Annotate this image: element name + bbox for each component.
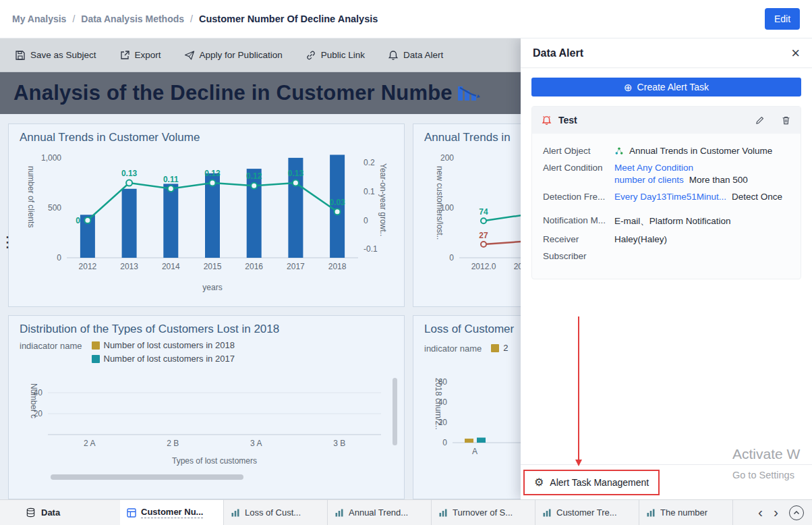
decline-chart-icon [457,84,481,102]
component-icon [614,146,624,156]
svg-text:0: 0 [76,216,80,225]
paper-plane-icon [184,50,195,61]
save-icon [15,50,26,61]
svg-text:60: 60 [438,377,448,387]
bar-chart-icon [335,508,344,518]
legend-swatch [92,341,100,350]
toolbar-save-as-subject[interactable]: Save as Subject [15,50,96,61]
edit-task-icon[interactable] [755,115,765,126]
gear-icon: ⚙ [534,477,544,488]
tab-label: Annual Trend... [349,507,408,518]
toolbar-apply-for-publication[interactable]: Apply for Publication [184,50,283,61]
field-label: Notification M... [543,215,614,225]
top-bar: My Analysis / Data Analysis Methods / Cu… [0,0,812,38]
toolbar-label: Save as Subject [30,50,96,60]
svg-text:years: years [202,283,222,292]
bar-chart-icon [542,508,552,518]
tab-label: Loss of Cust... [245,507,301,518]
svg-text:200: 200 [440,153,454,163]
alert-task-card: Test Alert Object Annual Trends in Custo… [531,106,801,279]
alert-task-management-button[interactable]: ⚙ Alert Task Management [525,471,658,494]
tabs-next-icon[interactable]: › [774,505,778,519]
chart-legend: indicator name 2 [424,343,509,354]
svg-text:0.11: 0.11 [163,175,179,184]
alert-task-fields: Alert Object Annual Trends in Customer V… [532,134,801,279]
link-icon [306,50,316,61]
toolbar-label: Data Alert [403,50,443,60]
detection-schedule-link[interactable]: Every Day13Time51Minut... [614,192,726,202]
field-label: Alert Object [543,146,614,156]
tab-label: Customer Tre... [556,507,617,518]
data-tab[interactable]: Data [0,500,120,525]
legend-label: Number of lost customers in 2018 [104,340,235,350]
svg-text:100: 100 [440,203,454,213]
combo-chart-canvas: 1,00050000.20.10-0.120122013201420152016… [24,140,389,293]
svg-text:3 A: 3 A [250,439,262,448]
tab-customer-trends[interactable]: Customer Tre... [535,500,639,525]
condition-link[interactable]: Meet Any Condition [614,163,693,173]
tab-turnover[interactable]: Turnover of S... [432,500,535,525]
horizontal-scrollbar[interactable] [51,474,243,480]
detection-mode: Detect Once [732,192,782,202]
collapse-icon[interactable] [789,505,804,520]
delete-task-icon[interactable] [781,115,791,126]
tab-customer-number-decline[interactable]: Customer Nu... [120,500,224,525]
svg-text:40: 40 [438,397,448,407]
edit-button[interactable]: Edit [765,8,800,30]
page-title: Analysis of the Decline in Customer Numb… [13,81,453,105]
chart-legend: indiacator name Number of lost customers… [20,340,235,364]
svg-text:0: 0 [364,216,368,225]
alert-task-header: Test [532,107,801,134]
close-icon[interactable]: × [791,46,800,61]
tab-the-number[interactable]: The number [639,500,743,525]
svg-text:20: 20 [438,418,448,427]
bell-icon [388,50,399,61]
bottom-tab-bar: Data Customer Nu... Loss of Cust... Annu… [0,499,812,525]
drag-handle[interactable]: ⋮ [0,235,9,250]
alarm-bell-icon [542,115,552,126]
svg-text:3 B: 3 B [333,439,345,448]
create-alert-task-button[interactable]: ⊕ Create Alert Task [531,78,801,96]
legend-label: Number of lost customers in 2017 [104,354,235,364]
svg-text:40: 40 [34,388,43,397]
tabs-prev-icon[interactable]: ‹ [758,505,763,519]
svg-text:2013: 2013 [120,262,138,271]
bar-chart-icon [646,508,656,518]
toolbar-public-link[interactable]: Public Link [306,50,365,61]
toolbar-export[interactable]: Export [119,50,161,61]
svg-text:0.2: 0.2 [364,158,375,167]
svg-text:0.13: 0.13 [288,169,304,178]
legend-item: Number of lost customers in 2017 [92,354,235,364]
tab-label: Turnover of S... [453,507,513,518]
svg-text:2 B: 2 B [167,439,179,448]
tab-annual-trends[interactable]: Annual Trend... [328,500,432,525]
field-label: Alert Condition [543,163,614,173]
annotation-arrow [578,316,579,464]
tab-loss-of-customers[interactable]: Loss of Cust... [224,500,328,525]
vertical-scrollbar[interactable] [393,378,397,445]
breadcrumb-my-analysis[interactable]: My Analysis [12,13,66,24]
svg-text:2012.0: 2012.0 [471,262,496,271]
panel-footer: ⚙ Alert Task Management [521,464,812,499]
toolbar-data-alert[interactable]: Data Alert [388,50,443,61]
condition-rule: More than 500 [689,175,748,185]
svg-text:0: 0 [442,438,447,447]
create-alert-task-label: Create Alert Task [637,82,709,92]
alert-object-value: Annual Trends in Customer Volume [629,146,772,156]
export-icon [119,50,130,61]
legend-item: 2 [491,343,508,353]
receiver-value: Haley(Haley) [614,234,667,244]
svg-text:2018: 2018 [328,262,347,271]
alert-task-management-label: Alert Task Management [550,477,649,488]
alert-condition-row: Alert Condition Meet Any Condition numbe… [543,163,795,185]
svg-text:2017: 2017 [287,262,305,271]
bar-chart-icon [438,508,448,518]
breadcrumb-data-analysis-methods[interactable]: Data Analysis Methods [81,13,184,24]
toolbar-label: Apply for Publication [200,50,283,60]
breadcrumb-separator: / [190,13,193,24]
detection-frequency-row: Detection Fre... Every Day13Time51Minut.… [543,192,795,202]
field-label: Detection Fre... [543,192,614,202]
legend-title: indicator name [424,343,482,354]
notification-value: E-mail、Platform Notification [614,215,731,227]
condition-field-link[interactable]: number of clients [614,175,684,185]
